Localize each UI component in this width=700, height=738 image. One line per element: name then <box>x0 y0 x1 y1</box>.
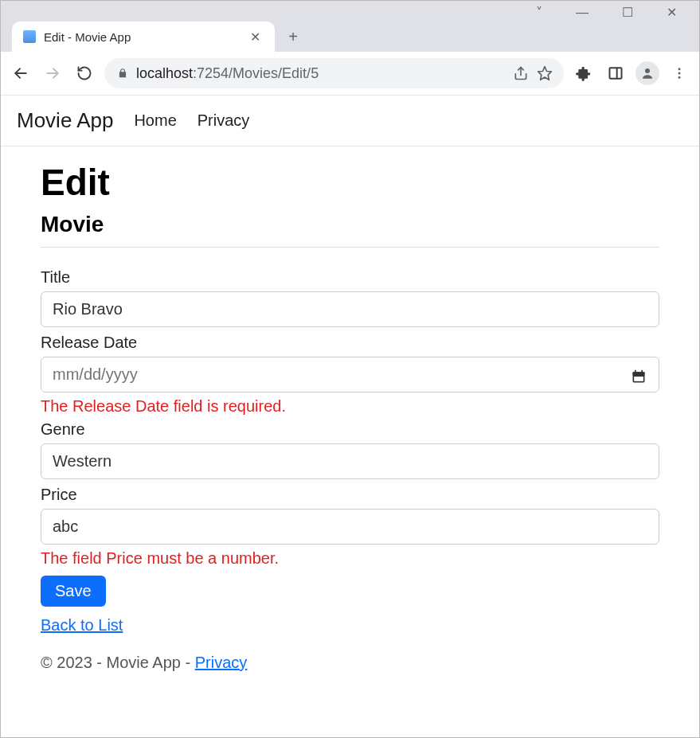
lock-icon <box>117 68 128 79</box>
side-panel-button[interactable] <box>604 61 628 85</box>
svg-rect-3 <box>610 68 622 78</box>
address-bar[interactable]: localhost:7254/Movies/Edit/5 <box>104 58 564 88</box>
arrow-left-icon <box>13 65 29 81</box>
kebab-icon <box>672 66 686 80</box>
page-subtitle: Movie <box>41 212 659 237</box>
favicon-icon <box>23 30 36 43</box>
browser-chrome: ˅ — ☐ ✕ Edit - Movie App ✕ + <box>1 1 699 52</box>
site-navbar: Movie App Home Privacy <box>1 96 699 146</box>
reload-button[interactable] <box>72 61 96 85</box>
person-icon <box>640 66 655 80</box>
nav-home-link[interactable]: Home <box>134 111 176 130</box>
svg-point-7 <box>678 72 681 75</box>
tab-bar: Edit - Movie App ✕ + <box>1 20 699 52</box>
title-label: Title <box>41 268 659 287</box>
release-date-label: Release Date <box>41 334 659 352</box>
svg-point-6 <box>678 68 681 70</box>
genre-input[interactable] <box>41 443 659 479</box>
svg-point-8 <box>678 76 681 79</box>
browser-tab-active[interactable]: Edit - Movie App ✕ <box>12 21 275 52</box>
nav-privacy-link[interactable]: Privacy <box>197 111 250 130</box>
svg-marker-2 <box>538 67 552 80</box>
svg-point-5 <box>645 68 650 73</box>
footer-text: © 2023 - Movie App - <box>41 654 195 671</box>
title-input[interactable] <box>41 291 659 327</box>
menu-button[interactable] <box>667 61 691 85</box>
divider <box>41 247 659 248</box>
arrow-right-icon <box>45 65 61 81</box>
tab-close-icon[interactable]: ✕ <box>247 28 264 46</box>
brand-title[interactable]: Movie App <box>17 108 113 133</box>
window-maximize-icon[interactable]: ☐ <box>622 7 633 20</box>
window-chevron-icon[interactable]: ˅ <box>536 7 542 20</box>
window-close-icon[interactable]: ✕ <box>667 7 677 20</box>
back-to-list-link[interactable]: Back to List <box>41 616 123 635</box>
puzzle-icon <box>576 65 592 81</box>
panel-icon <box>608 65 624 81</box>
profile-avatar[interactable] <box>635 61 659 85</box>
browser-toolbar: localhost:7254/Movies/Edit/5 <box>1 52 699 96</box>
extensions-button[interactable] <box>572 61 596 85</box>
footer-privacy-link[interactable]: Privacy <box>195 654 248 671</box>
url-text: localhost:7254/Movies/Edit/5 <box>136 65 505 82</box>
page-title: Edit <box>41 161 659 204</box>
release-date-input[interactable] <box>41 357 659 392</box>
price-error: The field Price must be a number. <box>41 549 659 568</box>
reload-icon <box>76 65 92 81</box>
page-footer: © 2023 - Movie App - Privacy <box>1 635 699 672</box>
genre-label: Genre <box>41 420 659 439</box>
price-label: Price <box>41 486 659 504</box>
new-tab-button[interactable]: + <box>281 25 305 49</box>
share-icon[interactable] <box>513 65 529 81</box>
save-button[interactable]: Save <box>41 576 106 607</box>
tab-title: Edit - Movie App <box>44 30 239 44</box>
url-host: localhost <box>136 65 193 81</box>
nav-back-button[interactable] <box>9 61 33 85</box>
window-controls: ˅ — ☐ ✕ <box>1 1 699 20</box>
price-input[interactable] <box>41 509 659 545</box>
window-minimize-icon[interactable]: — <box>576 7 589 20</box>
nav-forward-button[interactable] <box>41 61 65 85</box>
release-date-error: The Release Date field is required. <box>41 397 659 416</box>
bookmark-star-icon[interactable] <box>537 65 553 81</box>
url-path: :7254/Movies/Edit/5 <box>193 65 319 81</box>
main-content: Edit Movie Title Release Date The Releas… <box>1 146 699 635</box>
